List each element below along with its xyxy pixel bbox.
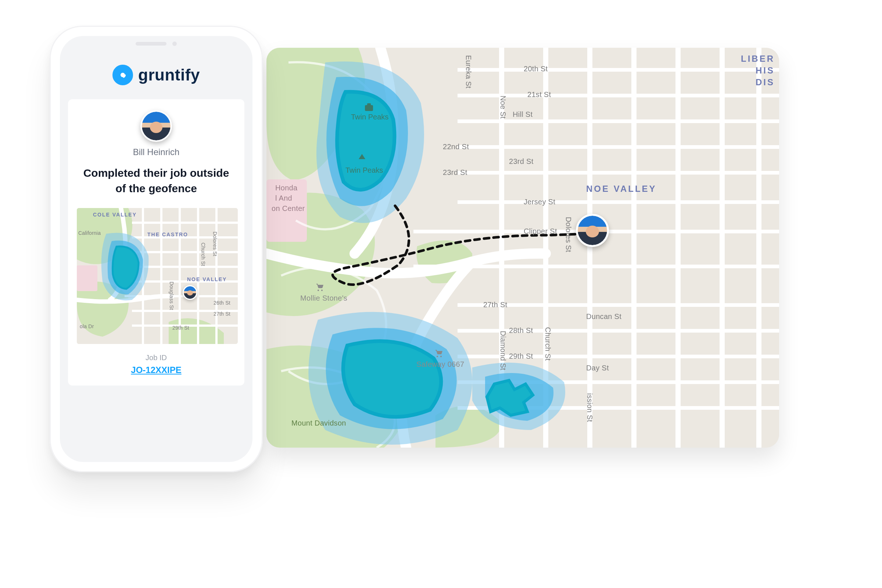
street-label: 29th St: [509, 352, 533, 360]
poi-label: l And: [275, 194, 292, 202]
svg-text:Twin Peaks: Twin Peaks: [351, 113, 388, 121]
poi-label: Honda: [275, 184, 297, 192]
neighborhood-label: COLE VALLEY: [93, 212, 137, 218]
brand-name: gruntify: [138, 66, 200, 84]
street-label: Noe St: [499, 96, 507, 119]
street-label: California: [78, 230, 101, 236]
user-name: Bill Heinrich: [77, 147, 236, 157]
shopping-cart-icon: [316, 283, 324, 292]
street-label: Clipper St: [524, 227, 557, 236]
neighborhood-label: HIS: [756, 65, 775, 76]
street-label: Day St: [586, 364, 609, 372]
street-label: Dolores St: [212, 231, 218, 256]
map-canvas-thumbnail: [77, 208, 238, 344]
neighborhood-label: LIBER: [741, 54, 775, 64]
avatar: [578, 216, 607, 245]
street-label: 29th St: [172, 325, 189, 331]
street-label: 26th St: [213, 300, 230, 306]
user-location-marker[interactable]: [183, 285, 197, 300]
neighborhood-label: NOE VALLEY: [187, 276, 227, 282]
street-label: 23rd St: [509, 157, 534, 166]
svg-text:Twin Peaks: Twin Peaks: [345, 166, 383, 174]
street-label: Hill St: [513, 110, 532, 119]
neighborhood-label: NOE VALLEY: [586, 184, 657, 194]
street-label: Dolores St: [564, 217, 573, 252]
street-label: Duncan St: [586, 312, 621, 321]
svg-rect-28: [77, 266, 98, 291]
street-label: ission St: [585, 393, 594, 422]
shopping-cart-icon: [435, 349, 444, 358]
brand-logo-icon: [112, 64, 133, 85]
geofence-alert-card: Bill Heinrich Completed their job outsid…: [68, 99, 244, 386]
geofence-map-large[interactable]: Twin Peaks Twin Peaks NOE VALLEY LIBER H…: [266, 48, 779, 448]
poi-label: Safeway 0667: [416, 360, 464, 369]
street-label: Eureka St: [464, 55, 472, 88]
street-label: Jersey St: [524, 198, 555, 206]
poi-label: on Center: [272, 204, 305, 213]
phone-notch: [129, 41, 184, 46]
poi-label: Mount Davidson: [291, 419, 346, 428]
street-label: 21st St: [527, 90, 551, 99]
street-label: ola Dr: [80, 323, 94, 329]
street-label: 28th St: [509, 326, 533, 335]
alert-message: Completed their job outside of the geofe…: [77, 165, 236, 196]
phone-screen: gruntify Bill Heinrich Completed their j…: [60, 36, 252, 462]
svg-rect-23: [365, 105, 373, 111]
user-avatar: [140, 110, 172, 142]
map-canvas-large: Twin Peaks Twin Peaks: [266, 48, 779, 448]
poi-label: Mollie Stone's: [300, 294, 347, 303]
phone-mockup: gruntify Bill Heinrich Completed their j…: [50, 26, 263, 472]
street-label: 22nd St: [443, 142, 469, 151]
neighborhood-label: THE CASTRO: [147, 231, 188, 237]
user-location-marker[interactable]: [576, 214, 609, 247]
geofence-map-thumbnail[interactable]: COLE VALLEY THE CASTRO NOE VALLEY Califo…: [77, 208, 238, 344]
street-label: Douglass St: [169, 282, 175, 310]
neighborhood-label: DIS: [756, 77, 775, 87]
street-label: 27th St: [213, 311, 230, 317]
svg-rect-24: [367, 103, 371, 106]
street-label: Church St: [543, 327, 552, 361]
job-id-label: Job ID: [77, 354, 236, 362]
street-label: 27th St: [483, 301, 507, 309]
street-label: Church St: [200, 243, 206, 266]
street-label: Diamond St: [499, 331, 507, 370]
job-id-link[interactable]: JO-12XXIPE: [131, 365, 181, 375]
street-label: 23rd St: [443, 168, 468, 177]
street-label: 20th St: [524, 64, 548, 73]
